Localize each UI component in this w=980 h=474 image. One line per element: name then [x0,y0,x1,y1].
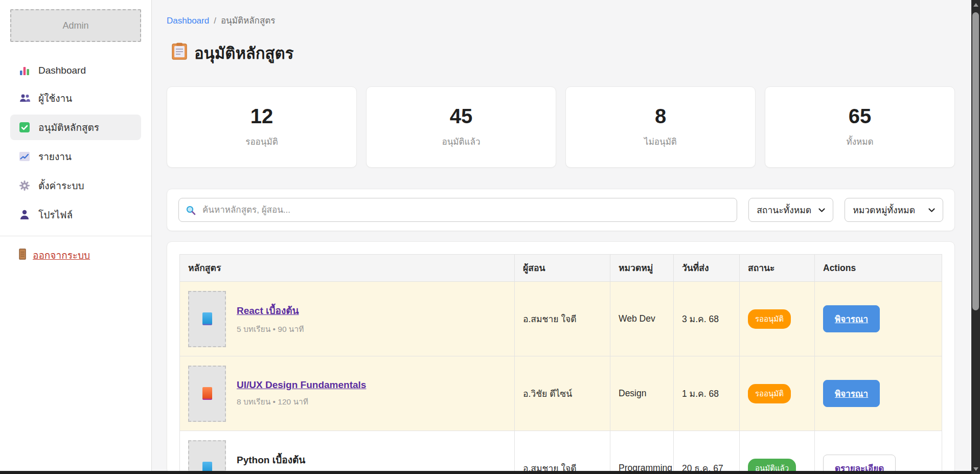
stat-card-total: 65 ทั้งหมด [765,86,955,168]
stat-value: 45 [450,106,473,126]
table-header-row: หลักสูตร ผู้สอน หมวดหมู่ วันที่ส่ง สถานะ… [180,255,942,282]
course-title-link[interactable]: UI/UX Design Fundamentals [237,379,366,390]
category-cell: Web Dev [610,282,674,356]
stat-label: ทั้งหมด [847,134,874,148]
blue-square-icon [202,312,212,325]
reports-icon [18,150,31,163]
sidebar-item-profile[interactable]: โปรไฟล์ [10,202,141,228]
stat-label: อนุมัติแล้ว [442,134,481,148]
date-cell: 1 ม.ค. 68 [674,356,740,431]
course-meta: 8 บทเรียน • 120 นาที [237,395,366,408]
category-filter-select[interactable]: หมวดหมู่ทั้งหมด [845,198,943,222]
course-title: Python เบื้องต้น [237,455,305,465]
filter-bar: สถานะทั้งหมด หมวดหมู่ทั้งหมด [167,189,955,231]
instructor-cell: อ.สมชาย ใจดี [515,282,610,356]
status-badge: รออนุมัติ [748,309,791,329]
stat-label: รออนุมัติ [245,134,278,148]
course-thumbnail-placeholder [188,291,226,347]
sidebar-divider [0,236,151,236]
instructor-cell: อ.วิชัย ดีไซน์ [515,356,610,431]
sidebar-item-label: Dashboard [38,65,86,76]
sidebar-item-label: อนุมัติหลักสูตร [38,120,99,135]
breadcrumb-current: อนุมัติหลักสูตร [221,16,276,26]
orange-square-icon [202,387,212,400]
category-cell: Programming [610,431,674,474]
course-thumbnail-placeholder [188,366,226,422]
vertical-scrollbar [971,0,980,474]
sidebar-item-course-approval[interactable]: อนุมัติหลักสูตร [10,115,141,140]
sidebar: Admin Dashboard ผู้ใช้งาน อนุมัติหลักสูต… [0,0,152,474]
breadcrumb: Dashboard/อนุมัติหลักสูตร [167,13,955,27]
admin-logo-text: Admin [62,20,88,31]
course-cell: React เบื้องต้น 5 บทเรียน • 90 นาที [188,291,506,347]
courses-table: หลักสูตร ผู้สอน หมวดหมู่ วันที่ส่ง สถานะ… [179,254,942,474]
review-button[interactable]: พิจารณา [823,380,880,407]
stat-card-approved: 45 อนุมัติแล้ว [366,86,556,168]
dashboard-icon [18,64,31,77]
sidebar-item-dashboard[interactable]: Dashboard [10,59,141,82]
category-filter-value: หมวดหมู่ทั้งหมด [853,203,915,217]
col-header-instructor: ผู้สอน [515,255,610,282]
courses-table-card: หลักสูตร ผู้สอน หมวดหมู่ วันที่ส่ง สถานะ… [167,241,955,474]
category-cell: Design [610,356,674,431]
stat-value: 65 [849,106,872,126]
search-icon [186,205,196,215]
sidebar-item-settings[interactable]: ตั้งค่าระบบ [10,173,141,198]
sidebar-item-reports[interactable]: รายงาน [10,144,141,169]
stat-label: ไม่อนุมัติ [644,134,677,148]
scrollbar-down-arrow[interactable] [971,465,980,473]
search-input[interactable] [178,198,737,222]
breadcrumb-home-link[interactable]: Dashboard [167,16,209,26]
stat-card-rejected: 8 ไม่อนุมัติ [565,86,756,168]
scrollbar-up-arrow[interactable] [971,1,980,9]
users-icon [18,92,31,104]
course-title-link[interactable]: React เบื้องต้น [237,305,299,316]
review-button[interactable]: พิจารณา [823,305,880,332]
date-cell: 20 ธ.ค. 67 [674,431,740,474]
search-wrapper [178,198,737,222]
course-meta: 5 บทเรียน • 90 นาที [237,323,304,335]
sidebar-item-label: ตั้งค่าระบบ [38,178,84,193]
chevron-down-icon [928,205,935,215]
col-header-date: วันที่ส่ง [674,255,740,282]
admin-logo-placeholder: Admin [10,9,141,42]
status-filter-value: สถานะทั้งหมด [757,203,811,217]
status-filter-select[interactable]: สถานะทั้งหมด [748,198,833,222]
stat-value: 12 [250,106,274,126]
logout-link[interactable]: ออกจากระบบ [18,247,90,263]
stat-card-pending: 12 รออนุมัติ [167,86,357,168]
breadcrumb-separator: / [214,16,216,26]
course-cell: Python เบื้องต้น 8 บทเรียน • 120 นาที [188,440,506,474]
col-header-actions: Actions [815,255,942,282]
scrollbar-thumb[interactable] [972,12,979,310]
col-header-course: หลักสูตร [180,255,515,282]
chevron-down-icon [818,205,825,215]
page-title: อนุมัติหลักสูตร [172,40,955,66]
table-row: Python เบื้องต้น 8 บทเรียน • 120 นาที อ.… [180,431,942,474]
status-badge: รออนุมัติ [748,384,791,403]
sidebar-item-label: รายงาน [38,149,72,164]
table-row: UI/UX Design Fundamentals 8 บทเรียน • 12… [180,356,942,431]
logout-label: ออกจากระบบ [33,247,90,263]
bottom-edge-strip [0,471,971,474]
sidebar-item-label: โปรไฟล์ [38,207,73,222]
page-title-text: อนุมัติหลักสูตร [194,40,293,66]
settings-icon [18,179,31,192]
course-cell: UI/UX Design Fundamentals 8 บทเรียน • 12… [188,366,506,422]
sidebar-nav: Dashboard ผู้ใช้งาน อนุมัติหลักสูตร รายง… [10,59,141,228]
stat-value: 8 [655,106,666,126]
approve-icon [18,121,31,133]
stats-row: 12 รออนุมัติ 45 อนุมัติแล้ว 8 ไม่อนุมัติ… [167,86,955,168]
clipboard-icon [172,42,187,64]
col-header-status: สถานะ [740,255,815,282]
profile-icon [18,209,31,221]
sidebar-item-users[interactable]: ผู้ใช้งาน [10,85,141,111]
sidebar-item-label: ผู้ใช้งาน [38,91,72,106]
date-cell: 3 ม.ค. 68 [674,282,740,356]
table-row: React เบื้องต้น 5 บทเรียน • 90 นาที อ.สม… [180,282,942,356]
course-thumbnail-placeholder [188,440,226,474]
door-icon [18,249,27,262]
col-header-category: หมวดหมู่ [610,255,674,282]
instructor-cell: อ.สมชาย ใจดี [515,431,610,474]
main-content: Dashboard/อนุมัติหลักสูตร อนุมัติหลักสูต… [152,0,980,474]
